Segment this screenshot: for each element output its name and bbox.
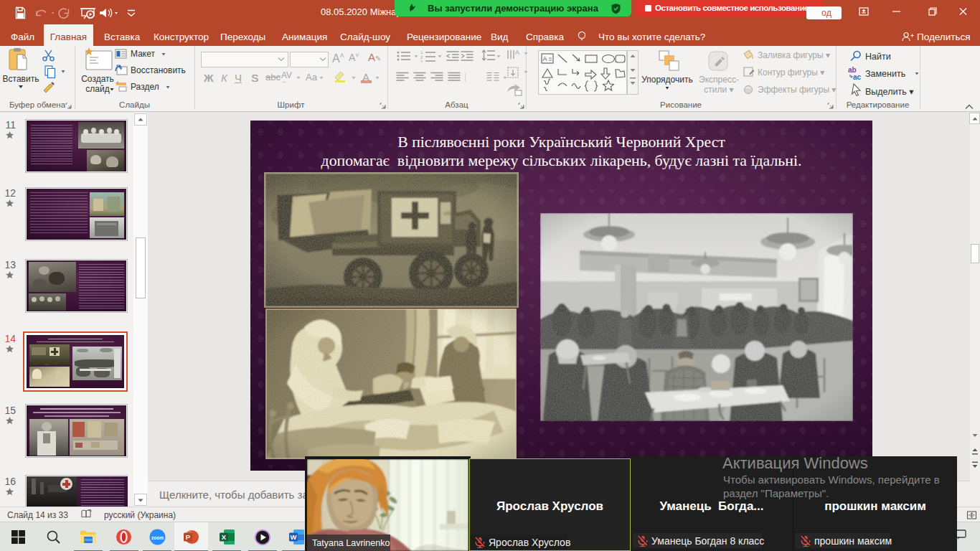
svg-text:W: W (291, 533, 297, 541)
svg-text:А: А (515, 49, 519, 56)
svg-text:Tatyana Lavrinenko: Tatyana Lavrinenko (312, 538, 390, 548)
svg-text:ac: ac (853, 73, 862, 80)
svg-text:X: X (222, 533, 227, 541)
svg-text:P: P (186, 533, 191, 541)
svg-text:3: 3 (420, 60, 423, 62)
svg-text:1: 1 (420, 50, 423, 55)
svg-text:А: А (543, 55, 547, 62)
svg-text:zoom: zoom (151, 535, 164, 540)
